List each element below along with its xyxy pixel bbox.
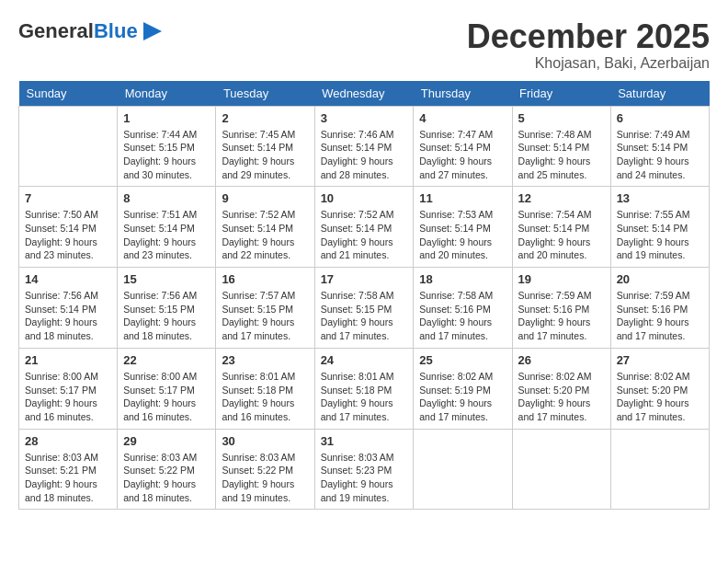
calendar-day-cell: 18Sunrise: 7:58 AMSunset: 5:16 PMDayligh… <box>414 268 512 349</box>
calendar-day-cell <box>610 429 709 510</box>
day-info: Sunrise: 8:02 AMSunset: 5:20 PMDaylight:… <box>617 370 703 424</box>
calendar-day-cell: 7Sunrise: 7:50 AMSunset: 5:14 PMDaylight… <box>19 187 118 268</box>
weekday-header: Saturday <box>610 81 709 107</box>
calendar-day-cell: 17Sunrise: 7:58 AMSunset: 5:15 PMDayligh… <box>314 268 414 349</box>
day-number: 16 <box>222 272 308 286</box>
calendar-day-cell: 5Sunrise: 7:48 AMSunset: 5:14 PMDaylight… <box>512 106 610 187</box>
day-info: Sunrise: 7:46 AMSunset: 5:14 PMDaylight:… <box>321 128 408 182</box>
day-info: Sunrise: 7:55 AMSunset: 5:14 PMDaylight:… <box>617 208 703 262</box>
calendar-day-cell: 1Sunrise: 7:44 AMSunset: 5:15 PMDaylight… <box>118 106 216 187</box>
weekday-header: Monday <box>118 81 216 107</box>
calendar-day-cell: 22Sunrise: 8:00 AMSunset: 5:17 PMDayligh… <box>118 348 216 429</box>
calendar-week-row: 1Sunrise: 7:44 AMSunset: 5:15 PMDaylight… <box>19 106 710 187</box>
page-header: GeneralBlue December 2025 Khojasan, Baki… <box>18 18 710 72</box>
month-title: December 2025 <box>467 18 710 55</box>
day-info: Sunrise: 7:52 AMSunset: 5:14 PMDaylight:… <box>222 208 308 262</box>
day-info: Sunrise: 7:49 AMSunset: 5:14 PMDaylight:… <box>617 128 703 182</box>
day-info: Sunrise: 7:47 AMSunset: 5:14 PMDaylight:… <box>419 128 506 182</box>
calendar-week-row: 7Sunrise: 7:50 AMSunset: 5:14 PMDaylight… <box>19 187 710 268</box>
logo-blue: Blue <box>94 19 138 42</box>
day-info: Sunrise: 7:51 AMSunset: 5:14 PMDaylight:… <box>123 208 210 262</box>
day-number: 11 <box>419 191 506 205</box>
day-info: Sunrise: 7:54 AMSunset: 5:14 PMDaylight:… <box>518 208 605 262</box>
weekday-header: Friday <box>512 81 610 107</box>
day-info: Sunrise: 7:52 AMSunset: 5:14 PMDaylight:… <box>321 208 408 262</box>
location: Khojasan, Baki, Azerbaijan <box>467 55 710 72</box>
day-number: 1 <box>123 111 210 125</box>
day-info: Sunrise: 8:03 AMSunset: 5:23 PMDaylight:… <box>321 451 408 505</box>
day-number: 26 <box>518 353 605 367</box>
weekday-header: Thursday <box>414 81 512 107</box>
calendar-day-cell: 29Sunrise: 8:03 AMSunset: 5:22 PMDayligh… <box>118 429 216 510</box>
day-number: 17 <box>321 272 408 286</box>
day-info: Sunrise: 7:45 AMSunset: 5:14 PMDaylight:… <box>222 128 308 182</box>
day-number: 7 <box>25 191 111 205</box>
day-number: 10 <box>321 191 408 205</box>
day-info: Sunrise: 7:59 AMSunset: 5:16 PMDaylight:… <box>617 289 703 343</box>
calendar-day-cell: 16Sunrise: 7:57 AMSunset: 5:15 PMDayligh… <box>216 268 314 349</box>
day-number: 30 <box>222 434 308 448</box>
calendar-day-cell: 12Sunrise: 7:54 AMSunset: 5:14 PMDayligh… <box>512 187 610 268</box>
day-number: 4 <box>419 111 506 125</box>
day-number: 3 <box>321 111 408 125</box>
calendar-day-cell <box>414 429 512 510</box>
calendar-day-cell: 3Sunrise: 7:46 AMSunset: 5:14 PMDaylight… <box>314 106 414 187</box>
calendar-day-cell: 23Sunrise: 8:01 AMSunset: 5:18 PMDayligh… <box>216 348 314 429</box>
day-info: Sunrise: 7:56 AMSunset: 5:14 PMDaylight:… <box>25 289 111 343</box>
calendar-week-row: 14Sunrise: 7:56 AMSunset: 5:14 PMDayligh… <box>19 268 710 349</box>
weekday-header: Sunday <box>19 81 118 107</box>
day-number: 12 <box>518 191 605 205</box>
day-number: 8 <box>123 191 210 205</box>
calendar-day-cell: 30Sunrise: 8:03 AMSunset: 5:22 PMDayligh… <box>216 429 314 510</box>
day-info: Sunrise: 7:57 AMSunset: 5:15 PMDaylight:… <box>222 289 308 343</box>
day-number: 27 <box>617 353 703 367</box>
calendar-day-cell: 25Sunrise: 8:02 AMSunset: 5:19 PMDayligh… <box>414 348 512 429</box>
day-number: 25 <box>419 353 506 367</box>
calendar-day-cell <box>19 106 118 187</box>
day-number: 23 <box>222 353 308 367</box>
title-block: December 2025 Khojasan, Baki, Azerbaijan <box>467 18 710 72</box>
day-number: 15 <box>123 272 210 286</box>
weekday-header: Wednesday <box>314 81 414 107</box>
calendar-table: SundayMondayTuesdayWednesdayThursdayFrid… <box>18 81 710 511</box>
calendar-day-cell: 26Sunrise: 8:02 AMSunset: 5:20 PMDayligh… <box>512 348 610 429</box>
calendar-day-cell: 10Sunrise: 7:52 AMSunset: 5:14 PMDayligh… <box>314 187 414 268</box>
day-info: Sunrise: 8:00 AMSunset: 5:17 PMDaylight:… <box>25 370 111 424</box>
calendar-day-cell: 14Sunrise: 7:56 AMSunset: 5:14 PMDayligh… <box>19 268 118 349</box>
day-number: 29 <box>123 434 210 448</box>
day-number: 19 <box>518 272 605 286</box>
day-number: 21 <box>25 353 111 367</box>
day-info: Sunrise: 7:44 AMSunset: 5:15 PMDaylight:… <box>123 128 210 182</box>
logo-icon <box>140 18 165 44</box>
calendar-day-cell: 20Sunrise: 7:59 AMSunset: 5:16 PMDayligh… <box>610 268 709 349</box>
calendar-day-cell <box>512 429 610 510</box>
day-info: Sunrise: 8:02 AMSunset: 5:20 PMDaylight:… <box>518 370 605 424</box>
calendar-day-cell: 24Sunrise: 8:01 AMSunset: 5:18 PMDayligh… <box>314 348 414 429</box>
day-info: Sunrise: 7:50 AMSunset: 5:14 PMDaylight:… <box>25 208 111 262</box>
logo: GeneralBlue <box>18 18 165 44</box>
day-number: 18 <box>419 272 506 286</box>
weekday-header: Tuesday <box>216 81 314 107</box>
day-number: 28 <box>25 434 111 448</box>
calendar-day-cell: 2Sunrise: 7:45 AMSunset: 5:14 PMDaylight… <box>216 106 314 187</box>
calendar-header-row: SundayMondayTuesdayWednesdayThursdayFrid… <box>19 81 710 107</box>
logo-general: General <box>18 19 94 42</box>
day-number: 20 <box>617 272 703 286</box>
day-number: 14 <box>25 272 111 286</box>
calendar-day-cell: 19Sunrise: 7:59 AMSunset: 5:16 PMDayligh… <box>512 268 610 349</box>
calendar-day-cell: 15Sunrise: 7:56 AMSunset: 5:15 PMDayligh… <box>118 268 216 349</box>
calendar-day-cell: 9Sunrise: 7:52 AMSunset: 5:14 PMDaylight… <box>216 187 314 268</box>
day-number: 13 <box>617 191 703 205</box>
calendar-day-cell: 31Sunrise: 8:03 AMSunset: 5:23 PMDayligh… <box>314 429 414 510</box>
day-number: 2 <box>222 111 308 125</box>
day-number: 9 <box>222 191 308 205</box>
calendar-day-cell: 28Sunrise: 8:03 AMSunset: 5:21 PMDayligh… <box>19 429 118 510</box>
calendar-day-cell: 27Sunrise: 8:02 AMSunset: 5:20 PMDayligh… <box>610 348 709 429</box>
day-number: 6 <box>617 111 703 125</box>
calendar-week-row: 21Sunrise: 8:00 AMSunset: 5:17 PMDayligh… <box>19 348 710 429</box>
day-info: Sunrise: 7:58 AMSunset: 5:16 PMDaylight:… <box>419 289 506 343</box>
day-number: 24 <box>321 353 408 367</box>
calendar-day-cell: 13Sunrise: 7:55 AMSunset: 5:14 PMDayligh… <box>610 187 709 268</box>
day-number: 31 <box>321 434 408 448</box>
calendar-day-cell: 21Sunrise: 8:00 AMSunset: 5:17 PMDayligh… <box>19 348 118 429</box>
